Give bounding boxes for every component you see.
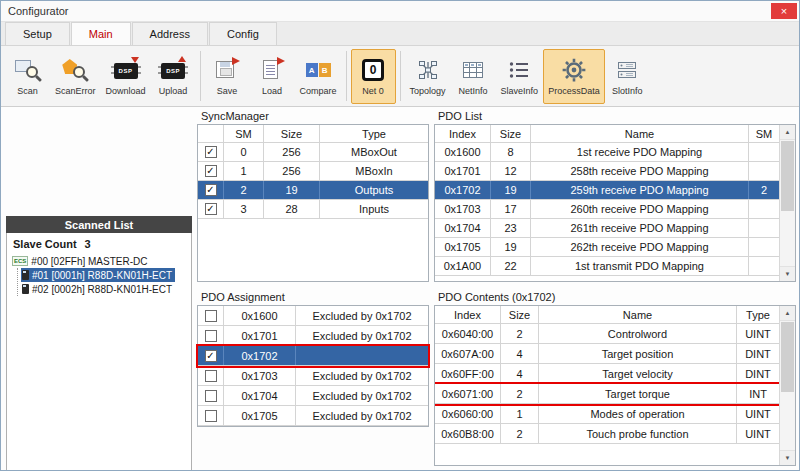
table-row[interactable]: ✓ 1 256 MBoxIn xyxy=(198,162,428,181)
upload-button[interactable]: DSP Upload xyxy=(151,49,196,104)
net0-button[interactable]: 0 Net 0 xyxy=(351,49,396,104)
tree-item-label: #01 [0001h] R88D-KN01H-ECT xyxy=(32,270,172,281)
tree-item-slave-01[interactable]: #01 [0001h] R88D-KN01H-ECT xyxy=(21,268,175,282)
table-row[interactable]: 0x1701 12 258th receive PDO Mapping xyxy=(435,162,779,181)
table-row[interactable]: 0x1705 19 262th receive PDO Mapping xyxy=(435,238,779,257)
table-row[interactable]: 0x60FF:00 4 Target velocity DINT xyxy=(435,364,779,384)
scroll-thumb[interactable] xyxy=(781,322,794,392)
table-row[interactable]: 0x6060:00 1 Modes of operation UINT xyxy=(435,404,779,424)
col-size: Size xyxy=(501,306,539,323)
checkbox[interactable]: ✓ xyxy=(205,350,217,362)
tab-address[interactable]: Address xyxy=(132,22,208,45)
tree-item-label: #00 [02FFh] MASTER-DC xyxy=(31,256,147,267)
slaveinfo-button[interactable]: SlaveInfo xyxy=(496,49,544,104)
col-name: Name xyxy=(531,125,749,142)
table-row-selected[interactable]: ✓ 2 19 Outputs xyxy=(198,181,428,200)
scroll-thumb[interactable] xyxy=(781,141,794,211)
syncmanager-title: SyncManager xyxy=(201,110,269,122)
checkbox[interactable] xyxy=(205,330,217,342)
processdata-button[interactable]: ProcessData xyxy=(543,49,605,104)
col-checkbox xyxy=(198,125,224,142)
compare-button[interactable]: AB Compare xyxy=(295,49,342,104)
vertical-scrollbar[interactable]: ▲ ▼ xyxy=(779,125,795,281)
checkbox[interactable] xyxy=(205,410,217,422)
table-row-selected-annotated[interactable]: ✓ 0x1702 xyxy=(198,346,428,366)
scroll-down-icon[interactable]: ▼ xyxy=(780,450,795,465)
slotinfo-icon xyxy=(613,56,641,84)
scroll-down-icon[interactable]: ▼ xyxy=(780,266,795,281)
checkbox[interactable] xyxy=(205,310,217,322)
col-type: Type xyxy=(737,306,779,323)
scanned-list-body: Slave Count3 ECS #00 [02FFh] MASTER-DC #… xyxy=(6,233,192,471)
checkbox[interactable]: ✓ xyxy=(205,203,217,215)
slave-count-label: Slave Count xyxy=(13,238,77,250)
table-row[interactable]: ✓ 0 256 MBoxOut xyxy=(198,143,428,162)
close-button[interactable]: × xyxy=(771,3,797,19)
checkbox[interactable]: ✓ xyxy=(205,184,217,196)
tab-setup[interactable]: Setup xyxy=(5,22,70,45)
table-row[interactable]: 0x1703 Excluded by 0x1702 xyxy=(198,366,428,386)
tree-item-label: #02 [0002h] R88D-KN01H-ECT xyxy=(32,284,172,295)
table-row[interactable]: 0x607A:00 4 Target position DINT xyxy=(435,344,779,364)
table-row-annotated[interactable]: 0x6071:00 2 Target torque INT xyxy=(435,384,779,404)
tab-main[interactable]: Main xyxy=(71,22,131,45)
scan-button[interactable]: Scan xyxy=(5,49,50,104)
netinfo-button[interactable]: NetInfo xyxy=(451,49,496,104)
pdo-assignment-title: PDO Assignment xyxy=(201,291,285,303)
processdata-gear-icon xyxy=(560,56,588,84)
col-index: Index xyxy=(435,125,491,142)
pdo-assignment-table: 0x1600 Excluded by 0x1702 0x1701 Exclude… xyxy=(197,305,429,427)
topology-icon xyxy=(414,56,442,84)
topology-button[interactable]: Topology xyxy=(405,49,451,104)
servo-drive-icon xyxy=(22,284,29,294)
scroll-up-icon[interactable]: ▲ xyxy=(780,306,795,321)
table-row[interactable]: 0x1600 8 1st receive PDO Mapping xyxy=(435,143,779,162)
col-type: Type xyxy=(320,125,428,142)
table-row[interactable]: 0x1705 Excluded by 0x1702 xyxy=(198,406,428,426)
checkbox[interactable]: ✓ xyxy=(205,165,217,177)
scanned-list-header: Scanned List xyxy=(6,216,192,233)
download-button[interactable]: DSP Download xyxy=(101,49,151,104)
checkbox[interactable] xyxy=(205,390,217,402)
scroll-up-icon[interactable]: ▲ xyxy=(780,125,795,140)
pdo-contents-table: Index Size Name Type 0x6040:00 2 Control… xyxy=(434,305,796,466)
table-row[interactable]: 0x1704 Excluded by 0x1702 xyxy=(198,386,428,406)
scanerror-button[interactable]: ScanError xyxy=(50,49,101,104)
col-sm: SM xyxy=(224,125,264,142)
table-row[interactable]: 0x60B8:00 2 Touch probe function UINT xyxy=(435,424,779,444)
table-row-selected[interactable]: 0x1702 19 259th receive PDO Mapping 2 xyxy=(435,181,779,200)
table-row[interactable]: ✓ 3 28 Inputs xyxy=(198,200,428,219)
toolbar: Scan ScanError DSP Download DSP Upload S… xyxy=(1,46,799,107)
configurator-window: Configurator × Setup Main Address Config… xyxy=(0,0,800,471)
tab-config[interactable]: Config xyxy=(209,22,277,45)
table-row[interactable]: 0x1701 Excluded by 0x1702 xyxy=(198,326,428,346)
slave-count-value: 3 xyxy=(85,238,91,250)
vertical-scrollbar[interactable]: ▲ ▼ xyxy=(779,306,795,465)
table-row[interactable]: 0x1703 17 260th receive PDO Mapping xyxy=(435,200,779,219)
compare-ab-icon: AB xyxy=(304,56,332,84)
slave-count: Slave Count3 xyxy=(7,233,191,254)
checkbox[interactable] xyxy=(205,370,217,382)
load-icon xyxy=(258,56,286,84)
syncmanager-header-row: SM Size Type xyxy=(198,125,428,143)
tree-item-master[interactable]: ECS #00 [02FFh] MASTER-DC xyxy=(11,254,151,268)
toolbar-separator xyxy=(400,51,401,101)
toolbar-separator xyxy=(346,51,347,101)
table-row[interactable]: 0x1600 Excluded by 0x1702 xyxy=(198,306,428,326)
tree-item-slave-02[interactable]: #02 [0002h] R88D-KN01H-ECT xyxy=(21,282,175,296)
table-row[interactable]: 0x6040:00 2 Controlword UINT xyxy=(435,324,779,344)
pdo-list-title: PDO List xyxy=(438,110,482,122)
slotinfo-button[interactable]: SlotInfo xyxy=(605,49,650,104)
scan-icon xyxy=(14,56,42,84)
slave-tree: ECS #00 [02FFh] MASTER-DC #01 [0001h] R8… xyxy=(7,254,191,296)
net0-icon: 0 xyxy=(359,56,387,84)
save-button[interactable]: Save xyxy=(205,49,250,104)
checkbox[interactable]: ✓ xyxy=(205,146,217,158)
download-dsp-icon: DSP xyxy=(112,56,140,84)
pdo-list-rows: Index Size Name SM 0x1600 8 1st receive … xyxy=(435,125,779,281)
col-size: Size xyxy=(264,125,320,142)
table-row[interactable]: 0x1704 23 261th receive PDO Mapping xyxy=(435,219,779,238)
load-button[interactable]: Load xyxy=(250,49,295,104)
table-row[interactable]: 0x1A00 22 1st transmit PDO Mapping xyxy=(435,257,779,276)
scanned-list-panel: Scanned List Slave Count3 ECS #00 [02FFh… xyxy=(6,216,192,471)
